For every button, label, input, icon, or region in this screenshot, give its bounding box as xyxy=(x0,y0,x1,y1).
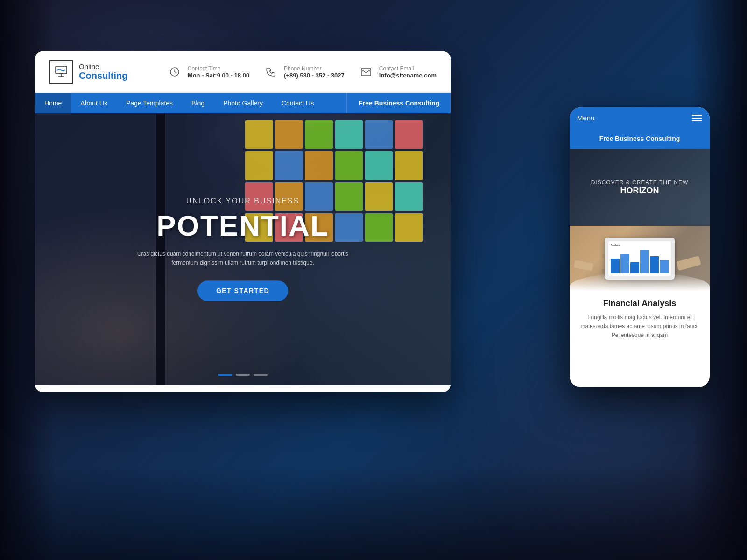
chart-bars xyxy=(611,249,669,273)
desktop-browser: Online Consulting Contact Time Mon - Sat… xyxy=(35,51,451,392)
contact-time-info: Contact Time Mon - Sat:9.00 - 18.00 xyxy=(188,65,249,79)
chart-bar-2 xyxy=(620,254,629,273)
svg-line-9 xyxy=(175,72,176,73)
mobile-nav: Menu xyxy=(570,107,710,128)
contact-time-value: Mon - Sat:9.00 - 18.00 xyxy=(188,72,249,79)
sticky-note xyxy=(365,151,393,180)
nav-item-home[interactable]: Home xyxy=(35,93,71,113)
svg-point-1 xyxy=(57,70,58,71)
contact-time: Contact Time Mon - Sat:9.00 - 18.00 xyxy=(166,63,249,80)
sticky-note xyxy=(335,120,363,149)
bg-bottom-gradient xyxy=(0,467,747,560)
sticky-note xyxy=(365,182,393,211)
mobile-menu-label: Menu xyxy=(577,114,595,122)
sticky-note xyxy=(365,213,393,242)
nav-item-about[interactable]: About Us xyxy=(71,93,117,113)
hero-title: POTENTIAL xyxy=(126,209,359,242)
header-contacts: Contact Time Mon - Sat:9.00 - 18.00 Phon… xyxy=(166,63,437,80)
logo-online: Online xyxy=(79,63,127,70)
chart-label: Analysis xyxy=(611,244,669,246)
nav-items: Home About Us Page Templates Blog Photo … xyxy=(35,93,346,113)
sticky-note xyxy=(275,151,303,180)
contact-phone-info: Phone Number (+89) 530 - 352 - 3027 xyxy=(284,65,345,79)
hero-dot-1[interactable] xyxy=(218,374,232,376)
sticky-note xyxy=(395,120,423,149)
hamburger-line-3 xyxy=(692,120,702,121)
site-nav: Home About Us Page Templates Blog Photo … xyxy=(35,93,451,113)
slider-content: DISCOVER & CREATE THE NEW HORIZON xyxy=(570,149,710,226)
logo-text: Online Consulting xyxy=(79,63,127,81)
nav-item-templates[interactable]: Page Templates xyxy=(117,93,182,113)
chart-bar-1 xyxy=(611,259,620,273)
hero-description: Cras dictus quam condimentum ut venen ru… xyxy=(126,250,359,267)
contact-time-label: Contact Time xyxy=(188,65,249,72)
sticky-note xyxy=(275,120,303,149)
mobile-card-description: Fringilla mollis mag luctus vel. Interdu… xyxy=(577,313,702,340)
slider-text-discover: DISCOVER & CREATE THE NEW xyxy=(591,179,689,186)
mobile-card-image: Analysis xyxy=(570,226,710,291)
hero-dot-2[interactable] xyxy=(236,374,250,376)
mobile-slider: ‹ DISCOVER & CREATE THE NEW HORIZON › xyxy=(570,149,710,226)
contact-email-info: Contact Email info@sitename.com xyxy=(379,65,437,79)
phone-icon xyxy=(262,63,279,80)
hero-content: UNLOCK YOUR BUSINESS POTENTIAL Cras dict… xyxy=(126,197,359,301)
sticky-note xyxy=(305,120,332,149)
hero-section: UNLOCK YOUR BUSINESS POTENTIAL Cras dict… xyxy=(35,113,451,385)
mobile-card-content: Financial Analysis Fringilla mollis mag … xyxy=(570,291,710,348)
nav-item-contact[interactable]: Contact Us xyxy=(272,93,323,113)
hero-cta-button[interactable]: GET STARTED xyxy=(197,281,288,301)
hero-dots xyxy=(218,374,268,376)
contact-phone-value: (+89) 530 - 352 - 3027 xyxy=(284,72,345,79)
laptop-screen: Analysis xyxy=(608,241,671,276)
sticky-note xyxy=(395,182,423,211)
hamburger-line-2 xyxy=(692,118,702,119)
hero-subtitle: UNLOCK YOUR BUSINESS xyxy=(126,197,359,205)
contact-phone-label: Phone Number xyxy=(284,65,345,72)
contact-phone: Phone Number (+89) 530 - 352 - 3027 xyxy=(262,63,345,80)
logo-consulting: Consulting xyxy=(79,70,127,81)
chart-bar-5 xyxy=(650,256,659,273)
svg-point-2 xyxy=(61,70,62,71)
sticky-note xyxy=(245,120,273,149)
nav-item-blog[interactable]: Blog xyxy=(182,93,214,113)
site-header: Online Consulting Contact Time Mon - Sat… xyxy=(35,51,451,93)
mobile-browser: Menu Free Business Consulting ‹ DISCOVER… xyxy=(570,107,710,387)
nav-item-gallery[interactable]: Photo Gallery xyxy=(214,93,272,113)
hero-dot-3[interactable] xyxy=(254,374,268,376)
slider-text-horizon: HORIZON xyxy=(620,186,659,196)
sticky-note xyxy=(335,151,363,180)
sticky-note xyxy=(365,120,393,149)
sticky-note xyxy=(245,151,273,180)
sticky-note xyxy=(305,151,332,180)
clock-icon xyxy=(166,63,183,80)
mobile-card-title: Financial Analysis xyxy=(577,299,702,308)
email-icon xyxy=(358,63,374,80)
logo-area: Online Consulting xyxy=(49,60,127,84)
logo-icon xyxy=(49,60,73,84)
sticky-note xyxy=(395,213,423,242)
contact-email-label: Contact Email xyxy=(379,65,437,72)
svg-point-3 xyxy=(64,70,66,71)
chart-bar-3 xyxy=(630,262,639,273)
contact-email: Contact Email info@sitename.com xyxy=(358,63,437,80)
chart-bar-4 xyxy=(640,250,649,273)
hamburger-line-1 xyxy=(692,115,702,116)
hamburger-icon[interactable] xyxy=(692,115,702,121)
contact-email-value: info@sitename.com xyxy=(379,72,437,79)
mobile-cta-button[interactable]: Free Business Consulting xyxy=(570,128,710,149)
sticky-note xyxy=(395,151,423,180)
nav-cta-button[interactable]: Free Business Consulting xyxy=(346,93,451,113)
mobile-card: Analysis xyxy=(570,226,710,348)
chart-bar-6 xyxy=(660,260,669,273)
svg-rect-10 xyxy=(361,68,371,76)
